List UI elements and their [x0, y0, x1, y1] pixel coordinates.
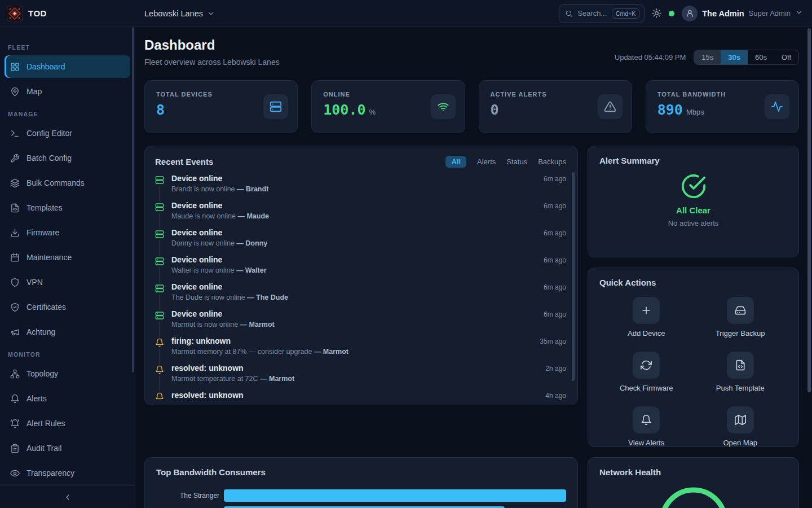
- network-health-panel: Network Health 100: [588, 457, 799, 508]
- sidebar-item-vpn[interactable]: VPN: [5, 271, 130, 294]
- sidebar-item-dashboard[interactable]: Dashboard: [5, 55, 130, 78]
- megaphone-icon: [10, 327, 20, 337]
- sidebar-item-config-editor[interactable]: Config Editor: [5, 122, 130, 144]
- page-scrollbar[interactable]: [807, 28, 811, 392]
- sidebar-item-firmware[interactable]: Firmware: [5, 221, 130, 244]
- quick-actions-title: Quick Actions: [599, 278, 656, 287]
- sidebar-item-alert-rules[interactable]: Alert Rules: [5, 412, 130, 435]
- event-time: 6m ago: [544, 283, 566, 291]
- event-list: Device online Brandt is now online — Bra…: [145, 172, 577, 400]
- sidebar-section-fleet: FLEET: [8, 44, 130, 51]
- search-shortcut-badge: Cmd+K: [612, 8, 639, 19]
- sidebar-item-label: Dashboard: [27, 62, 65, 71]
- event-time: 4h ago: [545, 391, 566, 400]
- eye-icon: [10, 468, 20, 478]
- event-row[interactable]: Device online Maude is now online — Maud…: [155, 202, 566, 229]
- sidebar-item-achtung[interactable]: Achtung: [5, 321, 130, 343]
- search-input[interactable]: [577, 9, 607, 17]
- dashboard-grid-icon: [10, 62, 20, 72]
- stat-unit: Mbps: [686, 108, 704, 116]
- alert-summary-panel: Alert Summary All Clear No active alerts: [588, 146, 799, 257]
- sidebar-item-label: Bulk Commands: [27, 178, 85, 187]
- refresh-option-30s[interactable]: 30s: [721, 50, 748, 64]
- refresh-icon: [633, 352, 660, 379]
- brand-name: TOD: [28, 8, 47, 18]
- sidebar-item-bulk-commands[interactable]: Bulk Commands: [5, 172, 130, 194]
- shield-icon: [10, 278, 20, 287]
- sidebar-item-alerts[interactable]: Alerts: [5, 387, 130, 410]
- sidebar-item-label: Transparency: [27, 468, 74, 478]
- event-row[interactable]: Device online Walter is now online — Wal…: [155, 256, 566, 283]
- tab-status[interactable]: Status: [506, 156, 527, 168]
- stat-unit: %: [369, 108, 376, 116]
- sidebar-item-label: Audit Trail: [27, 444, 61, 453]
- topbar: TOD Lebowski Lanes Cmd+K The Admin Super…: [0, 0, 812, 27]
- event-row[interactable]: Device online The Dude is now online — T…: [155, 283, 566, 310]
- server-icon: [155, 283, 164, 295]
- event-row[interactable]: resolved: unknown 4h ago: [155, 391, 566, 400]
- event-time: 6m ago: [544, 202, 566, 210]
- sidebar-item-map[interactable]: Map: [5, 80, 130, 103]
- stat-card-active-alerts: ACTIVE ALERTS 0: [479, 80, 632, 133]
- topbar-right: Cmd+K The Admin Super Admin: [559, 4, 812, 23]
- user-menu[interactable]: The Admin Super Admin: [682, 6, 803, 21]
- bandwidth-bar-chart: The Stranger Walter: [156, 489, 566, 508]
- event-row[interactable]: resolved: unknown Marmot temperature at …: [155, 364, 566, 391]
- search-icon: [565, 10, 573, 17]
- user-role: Super Admin: [749, 9, 791, 17]
- stat-card-online: ONLINE 100.0 %: [311, 80, 465, 133]
- sidebar-collapse-button[interactable]: [0, 485, 135, 508]
- search-box[interactable]: Cmd+K: [559, 4, 645, 23]
- quick-action-open-map[interactable]: Open Map: [694, 406, 788, 447]
- sidebar-scrollbar[interactable]: [132, 27, 134, 373]
- events-filter-tabs: All Alerts Status Backups: [445, 156, 566, 168]
- quick-action-push-template[interactable]: Push Template: [694, 352, 788, 392]
- sidebar-item-batch-config[interactable]: Batch Config: [5, 147, 130, 169]
- user-name: The Admin: [702, 9, 744, 18]
- event-time: 35m ago: [540, 337, 566, 345]
- bell-icon: [155, 337, 164, 349]
- quick-action-trigger-backup[interactable]: Trigger Backup: [694, 297, 788, 338]
- network-health-title: Network Health: [599, 467, 661, 477]
- events-scrollbar[interactable]: [572, 172, 575, 381]
- tab-alerts[interactable]: Alerts: [477, 156, 496, 168]
- theme-toggle-button[interactable]: [652, 8, 661, 18]
- sidebar-item-topology[interactable]: Topology: [5, 362, 130, 385]
- refresh-option-15s[interactable]: 15s: [694, 50, 721, 64]
- tab-all[interactable]: All: [445, 156, 466, 168]
- quick-action-view-alerts[interactable]: View Alerts: [599, 406, 694, 447]
- calendar-icon: [10, 253, 20, 262]
- refresh-option-off[interactable]: Off: [774, 50, 798, 64]
- sidebar-item-certificates[interactable]: Certificates: [5, 296, 130, 318]
- bell-icon: [155, 391, 164, 400]
- event-row[interactable]: firing: unknown Marmot memory at 87% — c…: [155, 337, 566, 364]
- sidebar-item-templates[interactable]: Templates: [5, 196, 130, 219]
- sidebar-item-maintenance[interactable]: Maintenance: [5, 246, 130, 269]
- org-switcher[interactable]: Lebowski Lanes: [144, 9, 215, 18]
- event-row[interactable]: Device online Marmot is now online — Mar…: [155, 310, 566, 337]
- sun-icon: [652, 8, 661, 18]
- app-window: TOD Lebowski Lanes Cmd+K The Admin Super…: [0, 0, 812, 508]
- sidebar-item-transparency[interactable]: Transparency: [5, 462, 130, 484]
- sidebar-item-label: Alert Rules: [27, 419, 65, 428]
- clipboard-list-icon: [10, 444, 20, 453]
- tab-backups[interactable]: Backups: [538, 156, 566, 168]
- refresh-option-60s[interactable]: 60s: [748, 50, 774, 64]
- page-subtitle: Fleet overview across Lebowski Lanes: [144, 58, 280, 67]
- server-icon: [155, 202, 164, 213]
- sidebar-item-label: Achtung: [27, 327, 55, 336]
- brand-logo-icon: [7, 6, 23, 21]
- alert-note: No active alerts: [668, 219, 719, 227]
- event-row[interactable]: Device online Brandt is now online — Bra…: [155, 174, 566, 202]
- sidebar-item-audit-trail[interactable]: Audit Trail: [5, 437, 130, 459]
- quick-action-check-firmware[interactable]: Check Firmware: [599, 352, 694, 392]
- quick-action-add-device[interactable]: Add Device: [599, 297, 694, 338]
- map-pin-icon: [10, 87, 20, 97]
- event-row[interactable]: Device online Donny is now online — Donn…: [155, 229, 566, 256]
- updated-timestamp: Updated 05:44:09 PM: [615, 53, 686, 62]
- brand: TOD: [0, 6, 135, 21]
- event-time: 6m ago: [544, 310, 566, 318]
- stat-value: 0: [491, 102, 499, 118]
- activity-icon: [765, 94, 789, 119]
- page-title: Dashboard: [144, 37, 280, 53]
